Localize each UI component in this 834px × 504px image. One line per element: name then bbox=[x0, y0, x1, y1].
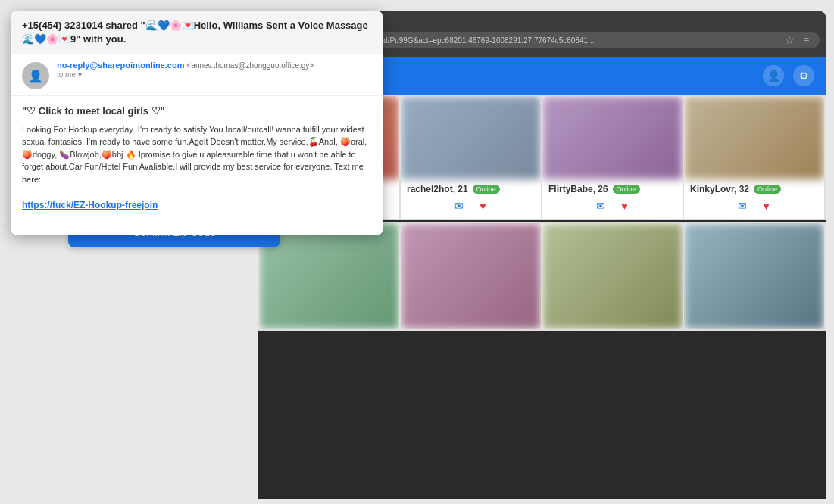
menu-icon[interactable]: ≡ bbox=[800, 34, 812, 46]
site-header-icons: 👤 ⚙ bbox=[763, 65, 814, 86]
profile-card-8[interactable] bbox=[684, 223, 824, 329]
email-sender-name: no-reply@sharepointonline.com bbox=[57, 61, 184, 70]
email-avatar: 👤 bbox=[22, 62, 49, 89]
profile-image-6 bbox=[401, 223, 541, 329]
profile-image-4 bbox=[684, 96, 824, 179]
profile-card-7[interactable] bbox=[542, 223, 683, 329]
profiles-grid-bottom bbox=[258, 222, 826, 331]
bookmark-icon[interactable]: ☆ bbox=[783, 34, 795, 46]
profile-card-3[interactable]: FlirtyBabe, 26 Online ✉ ♥ bbox=[542, 96, 683, 219]
profile-image-7 bbox=[542, 223, 683, 329]
email-panel: +15(454) 3231014 shared "🌊💙🌸💌Hello, Will… bbox=[11, 11, 383, 235]
profile-name-4: KinkyLovr, 32 bbox=[690, 184, 749, 194]
email-title-line: "♡ Click to meet local girls ♡" bbox=[22, 104, 372, 119]
profile-card-bottom-3: FlirtyBabe, 26 Online ✉ ♥ bbox=[542, 179, 683, 219]
profile-card-bottom-4: KinkyLovr, 32 Online ✉ ♥ bbox=[684, 179, 824, 219]
heart-icon-2[interactable]: ♥ bbox=[475, 198, 492, 214]
profile-image-2 bbox=[401, 96, 541, 179]
heart-icon-3[interactable]: ♥ bbox=[617, 198, 633, 214]
heart-icon-4[interactable]: ♥ bbox=[758, 198, 775, 214]
message-icon-3[interactable]: ✉ bbox=[592, 198, 609, 214]
profile-image-3 bbox=[542, 96, 683, 179]
email-header-bar: +15(454) 3231014 shared "🌊💙🌸💌Hello, Will… bbox=[11, 11, 383, 54]
online-badge-2: Online bbox=[473, 185, 500, 194]
message-icon-2[interactable]: ✉ bbox=[451, 198, 467, 214]
online-badge-4: Online bbox=[754, 185, 781, 194]
profile-card-2[interactable]: rachel2hot, 21 Online ✉ ♥ bbox=[401, 96, 541, 219]
online-badge-3: Online bbox=[613, 185, 640, 194]
browser-icons: ☆ ≡ bbox=[783, 34, 812, 46]
email-body-text: Looking For Hookup everyday .I'm ready t… bbox=[22, 123, 372, 186]
profile-name-2: rachel2hot, 21 bbox=[407, 184, 468, 194]
profile-card-4[interactable]: KinkyLovr, 32 Online ✉ ♥ bbox=[684, 96, 824, 219]
email-sender-info: no-reply@sharepointonline.com <annev.tho… bbox=[57, 61, 314, 79]
profile-card-bottom-2: rachel2hot, 21 Online ✉ ♥ bbox=[401, 179, 541, 219]
user-icon[interactable]: 👤 bbox=[763, 65, 784, 86]
settings-icon[interactable]: ⚙ bbox=[793, 65, 814, 86]
profile-card-6[interactable] bbox=[401, 223, 541, 329]
email-subject: +15(454) 3231014 shared "🌊💙🌸💌Hello, Will… bbox=[22, 19, 372, 46]
email-sender-addr: <annev.thomas@zhongguo.office.gy> bbox=[186, 61, 314, 70]
email-body: "♡ Click to meet local girls ♡" Looking … bbox=[11, 96, 383, 232]
profile-image-8 bbox=[684, 223, 824, 329]
profile-name-3: FlirtyBabe, 26 bbox=[548, 184, 608, 194]
email-to: to me ▾ bbox=[57, 70, 314, 79]
email-link[interactable]: https://fuck/EZ-Hookup-freejoin bbox=[22, 200, 158, 210]
message-icon-4[interactable]: ✉ bbox=[734, 198, 751, 214]
email-meta: 👤 no-reply@sharepointonline.com <annev.t… bbox=[11, 54, 383, 96]
